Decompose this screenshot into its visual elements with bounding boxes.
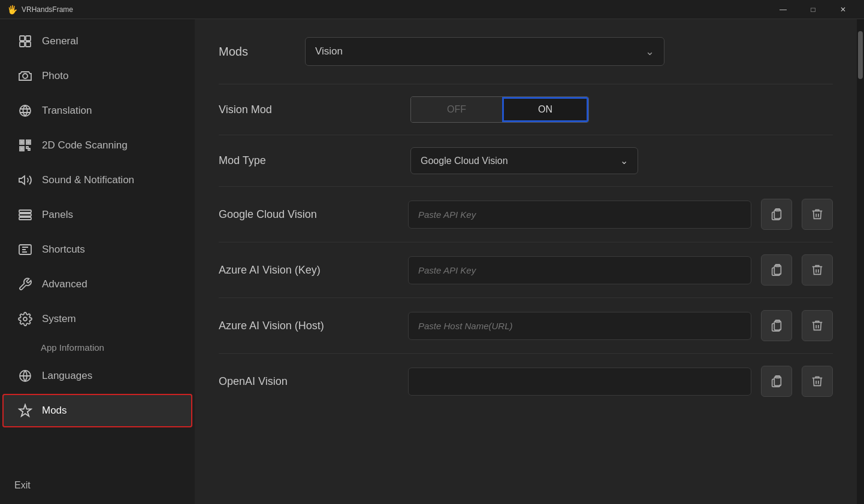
- vision-mod-toggle: OFF ON: [410, 96, 589, 123]
- sidebar-item-panels[interactable]: Panels: [2, 198, 192, 232]
- google-cloud-vision-paste-button[interactable]: [761, 199, 792, 230]
- languages-icon: [17, 368, 34, 384]
- sidebar-item-shortcuts[interactable]: Shortcuts: [2, 233, 192, 266]
- mod-type-value: Google Cloud Vision: [421, 156, 508, 166]
- panels-label: Panels: [42, 209, 73, 221]
- close-button[interactable]: ✕: [829, 0, 857, 19]
- mod-type-chevron: ⌄: [620, 155, 628, 166]
- mod-type-control: Google Cloud Vision ⌄: [410, 147, 833, 174]
- app-body: General Photo Translation: [0, 19, 864, 504]
- translation-label: Translation: [42, 105, 92, 117]
- google-cloud-vision-input[interactable]: [408, 201, 751, 229]
- titlebar-controls: — □ ✕: [769, 0, 857, 19]
- panels-icon: [17, 207, 34, 223]
- azure-key-delete-button[interactable]: [802, 254, 833, 286]
- azure-host-input[interactable]: [408, 312, 751, 340]
- sidebar-item-translation[interactable]: Translation: [2, 94, 192, 127]
- google-cloud-vision-delete-button[interactable]: [802, 199, 833, 230]
- toggle-on-button[interactable]: ON: [502, 97, 588, 122]
- delete-icon: [811, 319, 824, 332]
- vision-mod-row: Vision Mod OFF ON: [219, 84, 833, 135]
- sidebar-item-advanced[interactable]: Advanced: [2, 268, 192, 301]
- sidebar-item-sound[interactable]: Sound & Notification: [2, 163, 192, 197]
- sidebar: General Photo Translation: [0, 19, 195, 504]
- exit-button[interactable]: Exit: [0, 472, 195, 499]
- sidebar-item-photo[interactable]: Photo: [2, 59, 192, 93]
- system-label: System: [42, 313, 76, 325]
- titlebar: 🖐 VRHandsFrame — □ ✕: [0, 0, 864, 19]
- photo-icon: [17, 68, 34, 84]
- svg-point-17: [23, 317, 27, 321]
- scrollbar-track[interactable]: [857, 19, 864, 504]
- advanced-icon: [17, 276, 34, 293]
- sidebar-item-2dcode[interactable]: 2D Code Scanning: [2, 129, 192, 162]
- advanced-label: Advanced: [42, 278, 87, 290]
- sidebar-subitem-app-info[interactable]: App Information: [0, 336, 195, 359]
- paste-icon: [770, 319, 783, 332]
- azure-key-paste-button[interactable]: [761, 254, 792, 286]
- sidebar-item-mods[interactable]: Mods: [2, 394, 192, 427]
- mod-type-label: Mod Type: [219, 154, 398, 167]
- general-label: General: [42, 35, 78, 47]
- mods-section-label: Mods: [219, 45, 291, 59]
- system-icon: [17, 311, 34, 327]
- azure-host-paste-button[interactable]: [761, 310, 792, 341]
- openai-delete-button[interactable]: [802, 366, 833, 397]
- sidebar-item-general[interactable]: General: [2, 25, 192, 58]
- google-cloud-vision-label: Google Cloud Vision: [219, 208, 398, 221]
- openai-paste-button[interactable]: [761, 366, 792, 397]
- azure-host-delete-button[interactable]: [802, 310, 833, 341]
- 2dcode-icon: [17, 137, 34, 154]
- svg-rect-14: [19, 214, 31, 216]
- svg-rect-2: [20, 42, 25, 47]
- openai-vision-label: OpenAI Vision: [219, 375, 398, 388]
- azure-key-label: Azure AI Vision (Key): [219, 264, 398, 277]
- minimize-button[interactable]: —: [769, 0, 797, 19]
- shortcuts-label: Shortcuts: [42, 244, 85, 256]
- svg-rect-9: [21, 141, 23, 143]
- svg-rect-1: [26, 36, 31, 41]
- shortcuts-icon: [17, 241, 34, 258]
- mods-dropdown-value: Vision: [315, 45, 343, 57]
- mods-label: Mods: [42, 405, 67, 417]
- sidebar-item-system[interactable]: System: [2, 302, 192, 336]
- content-area: Mods Vision ⌄ Vision Mod OFF ON Mod Type…: [195, 19, 857, 504]
- svg-rect-13: [19, 210, 31, 212]
- mod-type-row: Mod Type Google Cloud Vision ⌄: [219, 135, 833, 186]
- openai-vision-input[interactable]: [408, 368, 751, 396]
- azure-key-row: Azure AI Vision (Key): [219, 242, 833, 297]
- general-icon: [17, 33, 34, 50]
- mods-type-dropdown[interactable]: Vision ⌄: [305, 37, 664, 66]
- paste-icon: [770, 375, 783, 388]
- app-icon: 🖐: [7, 5, 17, 14]
- 2dcode-label: 2D Code Scanning: [42, 139, 128, 151]
- delete-icon: [811, 375, 824, 388]
- app-info-label: App Information: [41, 342, 104, 353]
- exit-label: Exit: [14, 480, 31, 490]
- sound-icon: [17, 172, 34, 189]
- sidebar-item-languages[interactable]: Languages: [2, 359, 192, 393]
- svg-rect-0: [20, 36, 25, 41]
- translation-icon: [17, 102, 34, 119]
- restore-button[interactable]: □: [799, 0, 827, 19]
- sound-label: Sound & Notification: [42, 174, 134, 186]
- svg-point-4: [23, 74, 28, 78]
- mod-type-dropdown[interactable]: Google Cloud Vision ⌄: [410, 147, 638, 174]
- azure-host-row: Azure AI Vision (Host): [219, 297, 833, 353]
- svg-rect-10: [28, 141, 29, 143]
- azure-key-input[interactable]: [408, 256, 751, 284]
- svg-marker-12: [19, 176, 25, 184]
- google-cloud-vision-row: Google Cloud Vision: [219, 186, 833, 242]
- toggle-off-button[interactable]: OFF: [411, 97, 502, 122]
- svg-point-5: [20, 105, 31, 116]
- mods-icon: [17, 402, 34, 419]
- azure-host-label: Azure AI Vision (Host): [219, 320, 398, 332]
- scrollbar-thumb[interactable]: [858, 31, 863, 79]
- svg-rect-15: [19, 217, 31, 220]
- titlebar-left: 🖐 VRHandsFrame: [7, 5, 73, 14]
- svg-rect-11: [21, 148, 23, 150]
- photo-label: Photo: [42, 70, 68, 82]
- vision-mod-control: OFF ON: [410, 96, 833, 123]
- languages-label: Languages: [42, 370, 92, 382]
- mods-header: Mods Vision ⌄: [219, 37, 833, 66]
